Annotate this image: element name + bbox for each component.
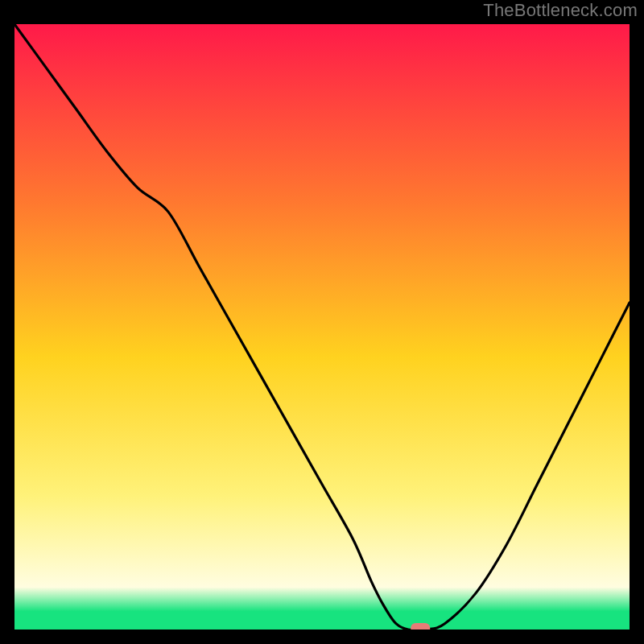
optimum-marker: [411, 623, 430, 630]
chart-frame: TheBottleneck.com: [0, 0, 644, 644]
gradient-background: [14, 24, 630, 630]
watermark-text: TheBottleneck.com: [483, 0, 638, 21]
chart-svg: [14, 24, 630, 630]
bottleneck-chart: [14, 24, 630, 630]
